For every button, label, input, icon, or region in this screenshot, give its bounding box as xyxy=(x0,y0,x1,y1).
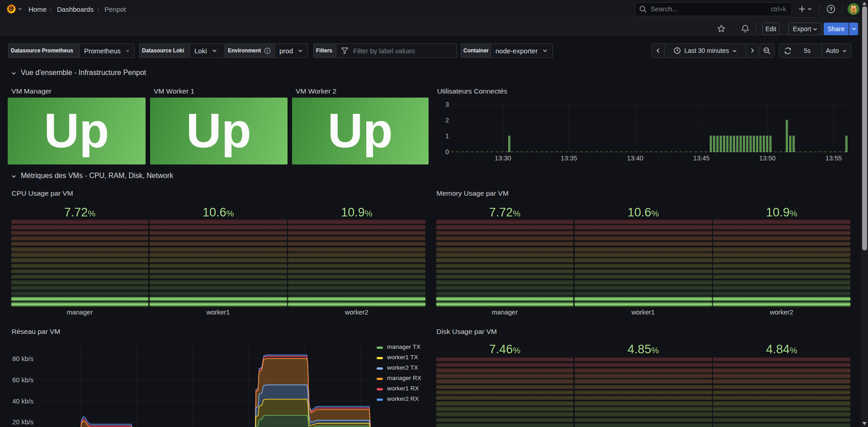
svg-text:13:50: 13:50 xyxy=(759,155,775,162)
svg-text:3: 3 xyxy=(445,101,449,108)
svg-text:2: 2 xyxy=(445,117,449,124)
svg-text:13:55: 13:55 xyxy=(826,155,842,162)
svg-text:0: 0 xyxy=(445,148,449,155)
svg-text:13:30: 13:30 xyxy=(495,155,511,162)
svg-text:13:45: 13:45 xyxy=(693,155,709,162)
svg-text:?: ? xyxy=(829,6,832,12)
svg-text:i: i xyxy=(267,48,268,53)
svg-text:13:40: 13:40 xyxy=(627,155,643,162)
svg-text:13:35: 13:35 xyxy=(561,155,577,162)
svg-text:1: 1 xyxy=(445,132,449,140)
